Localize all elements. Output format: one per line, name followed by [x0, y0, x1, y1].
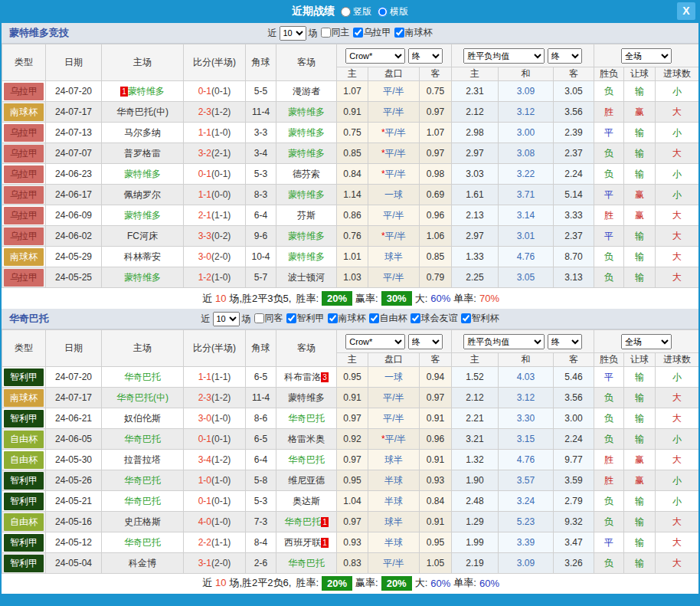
table-row: 乌拉甲24-06-23蒙特维多0-1(0-1)5-3德芬索0.84*平/半0.9…: [2, 164, 699, 185]
home-odds: 0.76: [337, 226, 368, 247]
avg-draw: 3.15: [499, 429, 554, 450]
team-name: 维尼亚德: [288, 475, 325, 486]
checkbox-input[interactable]: [411, 313, 420, 323]
avg-select[interactable]: 胜平负均值: [463, 334, 545, 349]
filter-checkbox-智利杯[interactable]: 智利杯: [461, 312, 499, 325]
team-name: 芬斯: [297, 210, 316, 221]
score-cell: 3-0(1-0): [184, 408, 246, 429]
vertical-radio-input[interactable]: [341, 7, 351, 17]
score-cell: 2-2(1-1): [184, 532, 246, 553]
layout-vertical-radio[interactable]: 竖版: [341, 5, 371, 18]
odds-group-header: Crow* 终: [337, 330, 452, 353]
filter-checkbox-智利甲[interactable]: 智利甲: [286, 312, 325, 325]
team-name: 奥达斯: [293, 496, 320, 506]
half-score: (1-0): [211, 516, 231, 527]
filter-checkbox-南球杯[interactable]: 南球杯: [328, 312, 366, 325]
home-team-cell: 华奇巴托: [102, 491, 184, 512]
league-cell: 智利甲: [2, 491, 46, 512]
avg-home: 2.12: [452, 102, 499, 123]
vertical-radio-label: 竖版: [353, 5, 371, 18]
filter-checkbox-同客[interactable]: 同客: [254, 312, 283, 325]
full-score: 3-0: [198, 251, 211, 262]
half-score: (1-0): [211, 475, 231, 486]
unit-label: 场: [242, 313, 251, 326]
checkbox-input[interactable]: [394, 28, 404, 38]
horizontal-radio-input[interactable]: [378, 7, 388, 17]
filter-checkbox-球会友谊[interactable]: 球会友谊: [411, 312, 458, 325]
sub-let: 让球: [624, 353, 656, 367]
league-cell: 自由杯: [2, 450, 46, 470]
odds-company-select[interactable]: Crow*: [345, 334, 405, 349]
near-count-select[interactable]: 10: [213, 312, 240, 326]
col-date: 日期: [46, 44, 102, 81]
focus-team-name: 华奇巴托(中): [116, 392, 168, 403]
avg-select[interactable]: 胜平负均值: [463, 48, 545, 64]
half-score: (1-0): [211, 127, 231, 138]
sub-goals: 进球数: [656, 67, 699, 81]
filter-checkbox-乌拉甲[interactable]: 乌拉甲: [353, 26, 391, 39]
filter-checkbox-南球杯[interactable]: 南球杯: [394, 26, 433, 39]
checkbox-label: 乌拉甲: [364, 26, 391, 39]
filter-checkbox-自由杯[interactable]: 自由杯: [369, 312, 407, 325]
col-corner: 角球: [246, 330, 276, 367]
sub-let: 让球: [624, 67, 656, 81]
away-odds: 0.91: [420, 450, 452, 470]
checkbox-input[interactable]: [461, 313, 471, 323]
avg-draw: 3.57: [499, 470, 554, 491]
sub-avg-home: 主: [452, 67, 499, 81]
away-team-cell: 蒙特维多: [276, 123, 337, 143]
scope-select[interactable]: 全场: [621, 48, 672, 64]
layout-horizontal-radio[interactable]: 横版: [378, 5, 408, 18]
avg-home: 3.21: [452, 429, 499, 450]
odds-company-select[interactable]: Crow*: [345, 48, 405, 64]
corner-cell: 5-3: [246, 491, 276, 512]
result-handicap: 输: [624, 408, 656, 429]
sub-handicap: 盘口: [368, 67, 420, 81]
focus-team-name: 蒙特维多: [288, 106, 325, 117]
away-team-cell: 蒙特维多: [276, 388, 337, 408]
final-avg-select[interactable]: 终: [548, 334, 582, 349]
final-odds-select[interactable]: 终: [408, 48, 443, 64]
team-name: 格雷米奥: [288, 434, 325, 444]
focus-team-name: 蒙特维多: [288, 231, 325, 241]
handicap-cell: *平/半: [368, 164, 420, 185]
checkbox-input[interactable]: [353, 28, 363, 38]
checkbox-input[interactable]: [328, 313, 338, 323]
checkbox-input[interactable]: [369, 313, 379, 323]
checkbox-input[interactable]: [286, 313, 296, 323]
checkbox-input[interactable]: [321, 28, 331, 38]
league-badge: 南球杯: [4, 103, 44, 121]
table-row: 智利甲24-05-12华奇巴托2-2(1-1)8-4西班牙联10.93半球0.9…: [2, 532, 699, 553]
filter-checkbox-同主[interactable]: 同主: [321, 26, 350, 39]
avg-away: 8.70: [554, 247, 594, 267]
scope-select[interactable]: 全场: [621, 334, 672, 349]
match-date: 24-05-30: [46, 450, 102, 470]
result-wdl: 负: [594, 408, 624, 429]
sub-goals: 进球数: [656, 353, 699, 367]
close-button[interactable]: X: [677, 2, 695, 20]
home-team-cell: 华奇巴托: [102, 470, 184, 491]
final-odds-select[interactable]: 终: [408, 334, 443, 349]
home-odds: 1.07: [337, 81, 368, 102]
score-cell: 1-1(1-0): [184, 123, 246, 143]
checkbox-input[interactable]: [254, 313, 264, 323]
handicap-value: 半球: [384, 475, 403, 486]
home-odds: 0.93: [337, 532, 368, 553]
result-handicap: 输: [624, 532, 656, 553]
avg-draw: 4.03: [499, 367, 554, 388]
avg-draw: 4.76: [499, 247, 554, 267]
home-odds: 0.92: [337, 429, 368, 450]
avg-away: 3.05: [554, 81, 594, 102]
near-count-select[interactable]: 10: [280, 26, 306, 41]
final-avg-select[interactable]: 终: [548, 48, 582, 64]
corner-cell: 5-8: [246, 470, 276, 491]
avg-away: 3.59: [554, 470, 594, 491]
home-odds: 0.91: [337, 102, 368, 123]
handicap-value: 平/半: [385, 127, 406, 138]
table-row: 智利甲24-06-21奴伯伦斯3-0(1-0)8-6华奇巴托0.97平/半0.9…: [2, 408, 699, 429]
table-row: 乌拉甲24-07-13马尔多纳1-1(1-0)3-3蒙特维多0.75*平/半1.…: [2, 123, 699, 143]
avg-draw: 3.05: [499, 267, 554, 288]
focus-team-name: 蒙特维多: [288, 251, 325, 262]
league-badge: 自由杯: [4, 451, 44, 469]
score-cell: 1-0(1-0): [184, 470, 246, 491]
